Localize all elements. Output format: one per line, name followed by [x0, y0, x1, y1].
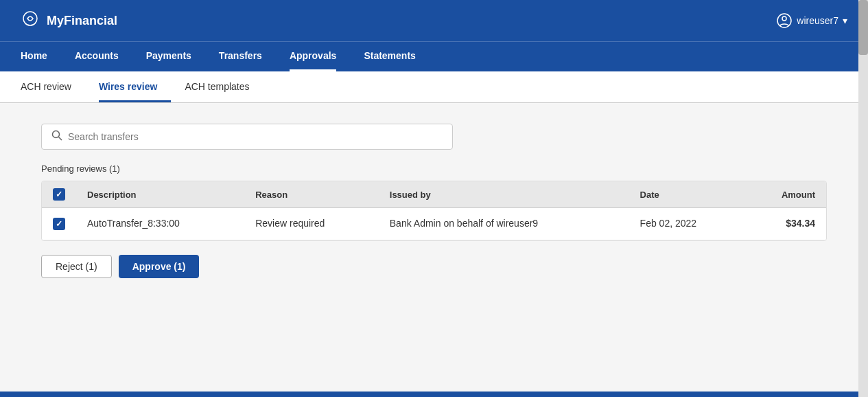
col-amount: Amount: [744, 181, 826, 208]
app-name: MyFinancial: [47, 14, 117, 28]
logo-icon: [21, 9, 40, 32]
row-issued-by: Bank Admin on behalf of wireuser9: [379, 208, 629, 240]
nav-accounts[interactable]: Accounts: [75, 42, 119, 71]
search-bar[interactable]: [41, 124, 453, 150]
row-amount: $34.34: [744, 208, 826, 240]
nav-statements[interactable]: Statements: [364, 42, 415, 71]
reject-button[interactable]: Reject (1): [41, 255, 112, 278]
row-checkbox-cell[interactable]: [42, 208, 76, 240]
user-name: wireuser7: [797, 15, 838, 26]
tab-ach-templates[interactable]: ACH templates: [185, 71, 263, 102]
col-description: Description: [76, 181, 244, 208]
search-input[interactable]: [68, 131, 443, 142]
select-all-checkbox[interactable]: [53, 188, 65, 201]
footer: About MyFinancial Privacy Careers Locati…: [0, 392, 868, 397]
row-checkbox[interactable]: [53, 218, 65, 230]
transfers-table: Description Reason Issued by Date Amount…: [41, 181, 827, 241]
user-menu[interactable]: wireuser7 ▾: [776, 12, 847, 29]
pending-label: Pending reviews (1): [41, 163, 827, 174]
nav-approvals[interactable]: Approvals: [290, 42, 336, 71]
nav-home[interactable]: Home: [21, 42, 47, 71]
tab-wires-review[interactable]: Wires review: [99, 71, 171, 102]
row-description: AutoTransfer_8:33:00: [76, 208, 244, 240]
col-date: Date: [629, 181, 744, 208]
svg-point-1: [782, 16, 786, 21]
svg-line-3: [59, 137, 62, 141]
scrollbar-thumb[interactable]: [858, 0, 868, 55]
col-issued-by: Issued by: [379, 181, 629, 208]
nav-payments[interactable]: Payments: [146, 42, 191, 71]
user-dropdown-icon: ▾: [843, 15, 847, 26]
svg-point-2: [53, 131, 60, 138]
scrollbar[interactable]: [858, 0, 868, 397]
approve-button[interactable]: Approve (1): [119, 255, 200, 278]
logo: MyFinancial: [21, 9, 117, 32]
col-reason: Reason: [244, 181, 379, 208]
nav-transfers[interactable]: Transfers: [219, 42, 262, 71]
col-checkbox[interactable]: [42, 181, 76, 208]
tabs-bar: ACH review Wires review ACH templates: [0, 71, 868, 103]
row-reason: Review required: [244, 208, 379, 240]
user-avatar-icon: [776, 12, 793, 29]
nav-bar: Home Accounts Payments Transfers Approva…: [0, 41, 868, 71]
header: MyFinancial wireuser7 ▾: [0, 0, 868, 41]
table-row: AutoTransfer_8:33:00 Review required Ban…: [42, 208, 826, 240]
tab-ach-review[interactable]: ACH review: [21, 71, 85, 102]
table-header-row: Description Reason Issued by Date Amount: [42, 181, 826, 208]
main-content: Pending reviews (1) Description Reason I…: [0, 103, 868, 392]
row-date: Feb 02, 2022: [629, 208, 744, 240]
search-icon: [51, 130, 62, 144]
action-buttons: Reject (1) Approve (1): [41, 255, 827, 278]
